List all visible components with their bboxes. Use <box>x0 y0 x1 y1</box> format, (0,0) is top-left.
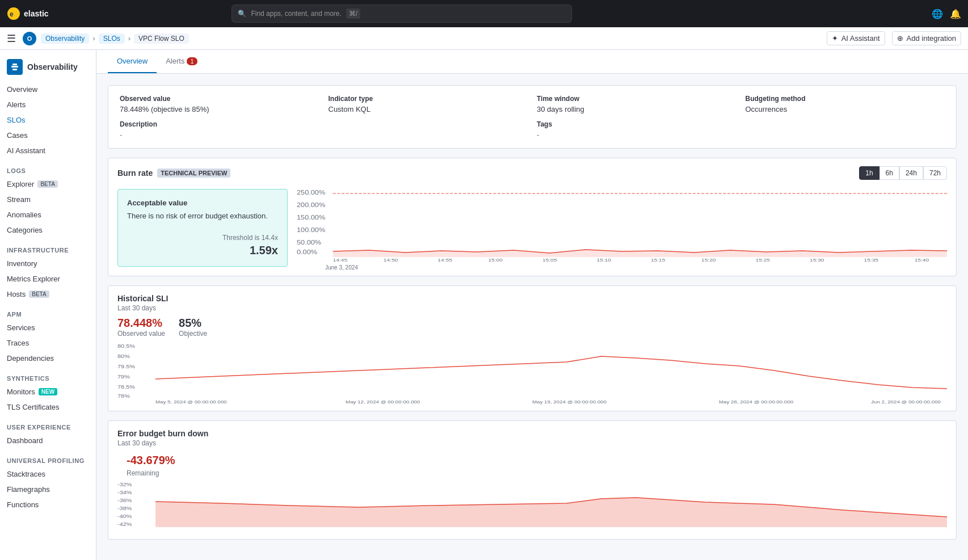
sidebar-item-metrics-explorer[interactable]: Metrics Explorer <box>0 271 96 287</box>
meta-budgeting: Budgeting method Occurrences <box>746 95 945 113</box>
globe-icon[interactable]: 🌐 <box>932 9 943 19</box>
breadcrumb-slos[interactable]: SLOs <box>99 33 125 44</box>
sidebar-section-ux: User Experience <box>0 419 96 433</box>
sidebar-item-inventory[interactable]: Inventory <box>0 256 96 271</box>
meta-indicator-val: Custom KQL <box>329 105 528 113</box>
svg-text:-40%: -40% <box>117 513 132 519</box>
svg-text:14:50: 14:50 <box>384 258 398 263</box>
sidebar-item-services[interactable]: Services <box>0 320 96 335</box>
breadcrumb-observability[interactable]: Observability <box>41 33 89 44</box>
sidebar-item-ai-assistant[interactable]: AI Assistant <box>0 143 96 158</box>
alerts-badge: 1 <box>187 57 197 65</box>
budget-chart-svg: -32% -34% -36% -38% -40% -42% <box>117 482 947 533</box>
svg-rect-3 <box>12 64 17 65</box>
svg-text:15:20: 15:20 <box>701 258 716 263</box>
sidebar-item-stream[interactable]: Stream <box>0 192 96 207</box>
svg-text:14:45: 14:45 <box>333 258 347 263</box>
acceptable-text: There is no risk of error budget exhaust… <box>127 212 278 220</box>
sli-subtitle: Last 30 days <box>117 304 947 312</box>
metadata-grid: Observed value 78.448% (objective is 85%… <box>120 95 945 113</box>
budget-remaining-label: Remaining <box>117 469 947 482</box>
sidebar-item-monitors[interactable]: Monitors NEW <box>0 384 96 399</box>
sli-card-header: Historical SLI Last 30 days <box>108 286 956 314</box>
sidebar-section-logs: Logs <box>0 163 96 176</box>
sidebar-item-anomalies[interactable]: Anomalies <box>0 207 96 222</box>
svg-text:79%: 79% <box>117 374 130 380</box>
time-btn-1h[interactable]: 1h <box>859 166 879 180</box>
sidebar-item-functions[interactable]: Functions <box>0 497 96 512</box>
tab-overview[interactable]: Overview <box>108 50 157 73</box>
sidebar-item-slos[interactable]: SLOs <box>0 112 96 128</box>
sidebar-item-cases[interactable]: Cases <box>0 128 96 143</box>
svg-text:15:10: 15:10 <box>596 258 611 263</box>
sli-observed-label: Observed value <box>117 330 165 338</box>
burn-rate-card: Burn rate TECHNICAL PREVIEW 1h 6h 24h 72… <box>108 158 957 276</box>
svg-text:May 12, 2024 @ 00:00:00.000: May 12, 2024 @ 00:00:00.000 <box>346 399 420 405</box>
elastic-logo: e elastic <box>7 7 49 20</box>
sidebar-item-hosts[interactable]: Hosts BETA <box>0 287 96 302</box>
meta-budgeting-val: Occurrences <box>746 105 945 113</box>
sli-metrics: 78.448% Observed value 85% Objective <box>108 314 956 342</box>
threshold-value: 1.59x <box>127 244 278 257</box>
svg-text:150.00%: 150.00% <box>297 214 325 220</box>
badge-beta-hosts: BETA <box>29 290 49 298</box>
ai-assistant-button[interactable]: ✦ AI Assistant <box>827 31 885 45</box>
tab-alerts[interactable]: Alerts1 <box>157 50 206 73</box>
ai-icon: ✦ <box>832 34 838 43</box>
sidebar-item-overview[interactable]: Overview <box>0 82 96 97</box>
sidebar-logo <box>7 59 23 75</box>
burn-rate-svg: 250.00% 200.00% 150.00% 100.00% 50.00% 0… <box>297 189 947 263</box>
sidebar-item-stacktraces[interactable]: Stacktraces <box>0 466 96 482</box>
svg-text:15:30: 15:30 <box>810 258 824 263</box>
search-bar[interactable]: 🔍 Find apps, content, and more. ⌘/ <box>232 5 572 23</box>
sidebar-item-explorer[interactable]: Explorer BETA <box>0 176 96 192</box>
threshold-text: Threshold is 14.4x <box>127 234 278 242</box>
top-bar: e elastic 🔍 Find apps, content, and more… <box>0 0 968 27</box>
time-btn-6h[interactable]: 6h <box>879 166 899 180</box>
meta-budgeting-label: Budgeting method <box>746 95 945 103</box>
hamburger-menu[interactable]: ☰ <box>7 32 16 45</box>
error-budget-card: Error budget burn down Last 30 days -43.… <box>108 420 957 540</box>
sidebar-title: Observability <box>27 62 78 71</box>
sli-observed: 78.448% Observed value <box>117 317 165 338</box>
meta-observed-value: Observed value 78.448% (objective is 85%… <box>120 95 319 113</box>
svg-text:15:40: 15:40 <box>915 258 929 263</box>
sidebar-item-traces[interactable]: Traces <box>0 335 96 351</box>
svg-text:15:05: 15:05 <box>542 258 557 263</box>
badge-new-monitors: NEW <box>39 388 57 395</box>
time-btn-24h[interactable]: 24h <box>899 166 923 180</box>
add-integration-button[interactable]: ⊕ Add integration <box>892 31 961 45</box>
burn-rate-body: Acceptable value There is no risk of err… <box>108 180 956 276</box>
svg-text:200.00%: 200.00% <box>297 202 325 208</box>
badge-beta-explorer: BETA <box>37 180 57 188</box>
svg-marker-42 <box>155 498 947 527</box>
sli-objective: 85% Objective <box>179 317 207 338</box>
avatar: O <box>23 32 36 45</box>
sidebar-item-dependencies[interactable]: Dependencies <box>0 351 96 366</box>
svg-text:78.5%: 78.5% <box>117 384 135 390</box>
chart-date: June 3, 2024 <box>297 264 947 271</box>
sidebar-item-alerts[interactable]: Alerts <box>0 97 96 112</box>
sidebar-item-dashboard[interactable]: Dashboard <box>0 433 96 448</box>
sidebar-item-flamegraphs[interactable]: Flamegraphs <box>0 482 96 497</box>
svg-text:-38%: -38% <box>117 506 132 511</box>
breadcrumb: Observability › SLOs › VPC Flow SLO <box>41 33 189 44</box>
search-shortcut: ⌘/ <box>346 9 360 19</box>
time-btn-72h[interactable]: 72h <box>923 166 947 180</box>
sidebar-item-tls[interactable]: TLS Certificates <box>0 399 96 415</box>
meta-description: Description - <box>120 120 528 139</box>
meta-time-label: Time window <box>537 95 736 103</box>
svg-text:79.5%: 79.5% <box>117 364 135 369</box>
bell-icon[interactable]: 🔔 <box>950 9 961 19</box>
sli-objective-value: 85% <box>179 317 207 330</box>
budget-subtitle: Last 30 days <box>117 439 947 447</box>
meta-desc-val: - <box>120 130 528 139</box>
meta-indicator-type: Indicator type Custom KQL <box>329 95 528 113</box>
tabs-bar: Overview Alerts1 <box>96 50 968 74</box>
sidebar-header: Observability <box>0 54 96 82</box>
svg-text:80%: 80% <box>117 353 130 359</box>
meta-desc-label: Description <box>120 120 528 128</box>
sidebar-item-categories[interactable]: Categories <box>0 222 96 238</box>
content-body: Observed value 78.448% (objective is 85%… <box>96 74 968 560</box>
content-area: Overview Alerts1 Observed value 78.448% … <box>96 50 968 560</box>
